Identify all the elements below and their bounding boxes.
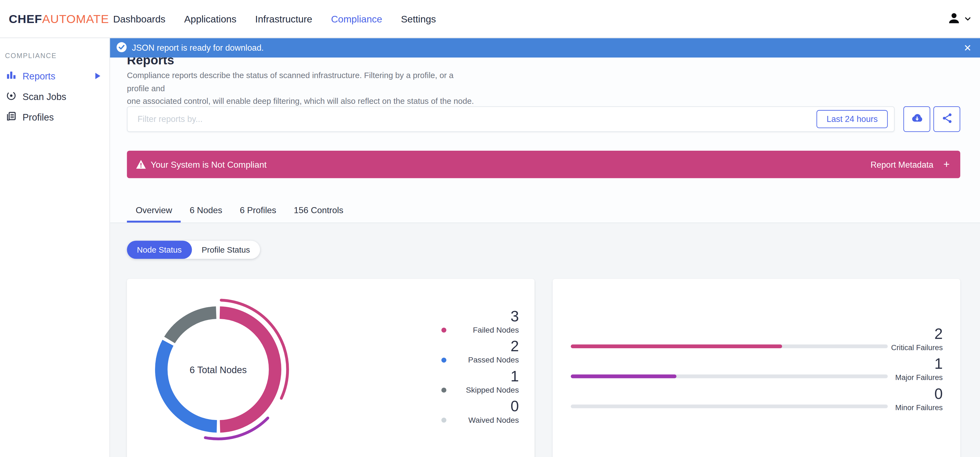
time-range-button[interactable]: Last 24 hours xyxy=(817,110,888,128)
top-nav: CHEFAUTOMATE Dashboards Applications Inf… xyxy=(0,0,980,38)
tab-overview[interactable]: Overview xyxy=(127,199,181,223)
passed-dot-icon xyxy=(441,358,446,363)
profile-status-pill[interactable]: Profile Status xyxy=(192,241,260,259)
nav-compliance[interactable]: Compliance xyxy=(331,13,382,25)
critical-failures-row: 2 Critical Failures xyxy=(553,326,960,357)
major-failures-bar xyxy=(571,374,888,378)
documents-icon xyxy=(6,111,16,123)
share-button[interactable] xyxy=(934,106,960,132)
plus-icon: + xyxy=(943,158,950,171)
critical-failures-bar xyxy=(571,344,888,348)
filter-reports-input[interactable]: Filter reports by... Last 24 hours xyxy=(127,106,894,132)
download-report-button[interactable] xyxy=(903,106,930,132)
logo-chef: CHEF xyxy=(9,12,42,26)
alert-message: Your System is Not Compliant xyxy=(151,151,267,178)
sidebar-item-label: Reports xyxy=(22,71,55,81)
nav-dashboards[interactable]: Dashboards xyxy=(113,13,165,25)
report-tabs: Overview 6 Nodes 6 Profiles 156 Controls xyxy=(127,199,352,223)
tab-profiles[interactable]: 6 Profiles xyxy=(231,199,285,223)
page-description: Compliance reports describe the status o… xyxy=(127,69,477,108)
node-status-pill[interactable]: Node Status xyxy=(127,241,191,259)
sidebar-item-label: Scan Jobs xyxy=(22,91,66,102)
chevron-down-icon xyxy=(964,13,972,25)
sidebar-item-reports[interactable]: Reports xyxy=(0,66,109,86)
status-toggle: Node Status Profile Status xyxy=(127,241,260,259)
main-nav: Dashboards Applications Infrastructure C… xyxy=(113,0,436,38)
donut-center-label: 6 Total Nodes xyxy=(143,295,293,445)
major-failures-row: 1 Major Failures xyxy=(553,357,960,387)
triangle-right-icon xyxy=(95,71,101,81)
node-status-card: 6 Total Nodes 3 Failed Nodes 2 xyxy=(127,279,535,457)
close-icon[interactable]: ✕ xyxy=(964,38,972,57)
legend-item-skipped: 1 Skipped Nodes xyxy=(441,369,519,399)
node-status-donut-chart[interactable]: 6 Total Nodes xyxy=(143,295,293,445)
notification-message: JSON report is ready for download. xyxy=(132,43,264,53)
tab-controls[interactable]: 156 Controls xyxy=(285,199,352,223)
donut-legend: 3 Failed Nodes 2 Passed Nodes xyxy=(441,309,519,429)
reports-main: Reports Compliance reports describe the … xyxy=(110,38,980,457)
bar-chart-icon xyxy=(6,70,16,82)
sidebar-item-scan-jobs[interactable]: Scan Jobs xyxy=(0,86,109,107)
sidebar-item-label: Profiles xyxy=(22,112,54,123)
skipped-count: 1 xyxy=(441,369,519,384)
sidebar-item-profiles[interactable]: Profiles xyxy=(0,107,109,127)
waived-count: 0 xyxy=(441,399,519,414)
legend-item-waived: 0 Waived Nodes xyxy=(441,399,519,429)
legend-item-failed: 3 Failed Nodes xyxy=(441,309,519,339)
check-circle-icon xyxy=(116,41,127,54)
overview-content: Node Status Profile Status 6 Total Nodes… xyxy=(110,223,980,457)
user-menu[interactable] xyxy=(947,0,972,38)
minor-failures-count: 0 xyxy=(934,386,943,401)
sidebar-section-label: COMPLIANCE xyxy=(5,52,109,59)
skipped-dot-icon xyxy=(441,388,446,393)
tab-nodes[interactable]: 6 Nodes xyxy=(181,199,231,223)
logo-automate: AUTOMATE xyxy=(42,12,109,26)
cloud-download-icon xyxy=(911,111,923,127)
warning-triangle-icon xyxy=(135,159,146,172)
major-failures-count: 1 xyxy=(934,357,943,371)
nav-infrastructure[interactable]: Infrastructure xyxy=(255,13,312,25)
compliance-sidebar: COMPLIANCE Reports Scan Jobs Profiles xyxy=(0,38,110,457)
critical-failures-count: 2 xyxy=(934,326,943,341)
passed-count: 2 xyxy=(441,339,519,354)
failed-dot-icon xyxy=(441,328,446,333)
minor-failures-row: 0 Minor Failures xyxy=(553,386,960,416)
notification-banner: JSON report is ready for download. ✕ xyxy=(110,38,980,57)
nav-applications[interactable]: Applications xyxy=(184,13,236,25)
legend-item-passed: 2 Passed Nodes xyxy=(441,339,519,369)
minor-failures-bar xyxy=(571,404,888,408)
nav-settings[interactable]: Settings xyxy=(401,13,436,25)
app-root: CHEFAUTOMATE Dashboards Applications Inf… xyxy=(0,0,980,457)
report-metadata-toggle[interactable]: Report Metadata + xyxy=(871,151,950,178)
waived-dot-icon xyxy=(441,417,446,422)
failure-severity-card: 2 Critical Failures 1 Major Failures 0 M… xyxy=(553,279,960,457)
compliance-alert-banner: Your System is Not Compliant Report Meta… xyxy=(127,151,960,178)
scan-target-icon xyxy=(6,91,16,102)
filter-placeholder: Filter reports by... xyxy=(138,107,202,131)
user-icon xyxy=(947,11,961,27)
failed-count: 3 xyxy=(441,309,519,324)
chef-automate-logo[interactable]: CHEFAUTOMATE xyxy=(9,0,109,38)
share-icon xyxy=(941,112,952,126)
